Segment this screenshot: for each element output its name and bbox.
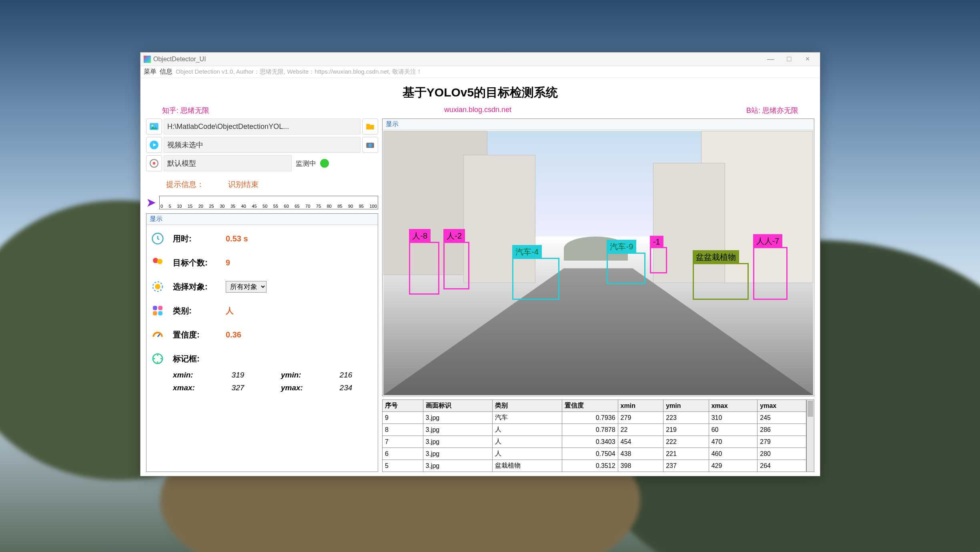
detection-image: 人-8人-2汽车-4汽车-9-1盆盆栽植物人人-7 [383,131,813,395]
left-panel-title: 显示 [146,214,378,225]
link-bilibili[interactable]: B站: 思绪亦无限 [746,106,798,115]
bbox-label: 标记框: [173,353,217,364]
image-icon-button[interactable] [146,118,162,134]
svg-rect-12 [153,306,157,310]
hint-label: 提示信息： [166,179,204,190]
xmax-label: xmax: [173,383,216,392]
app-icon [144,56,151,63]
detection-box: 汽车-9 [607,253,645,284]
table-scrollbar[interactable] [806,399,814,472]
image-icon [149,121,159,132]
select-label: 选择对象: [173,281,217,292]
table-row[interactable]: 63.jpg人0.7504438221460280 [383,448,806,460]
detection-tag: 人人-7 [753,234,783,248]
table-header[interactable]: 画面标识 [423,400,493,412]
open-image-button[interactable] [362,118,378,134]
results-table-wrap: 序号画面标识类别置信度xminyminxmaxymax 93.jpg汽车0.79… [382,399,814,472]
page-title: 基于YOLOv5的目标检测系统 [146,84,814,101]
image-path-field[interactable]: H:\MatlabCode\ObjectDetectionYOL... [164,118,361,134]
progress-ruler[interactable]: 0510152025303540455055606570758085909510… [159,196,378,209]
minimize-button[interactable]: — [762,55,780,63]
detection-tag: 汽车-9 [607,240,636,254]
maximize-button[interactable]: □ [780,55,798,63]
detection-box: -1 [650,247,667,273]
svg-rect-14 [153,311,157,315]
object-select[interactable]: 所有对象 [226,281,267,293]
table-row[interactable]: 53.jpg盆栽植物0.3512398237429264 [383,460,806,472]
target-icon [149,158,159,169]
table-header[interactable]: 类别 [493,400,562,412]
menu-item-main[interactable]: 菜单 [144,68,156,76]
menu-item-info[interactable]: 信息 [160,68,172,76]
cursor-icon: ➤ [146,195,156,209]
xmax-value: 327 [232,383,265,392]
link-zhihu[interactable]: 知乎: 思绪无限 [162,106,209,115]
ymin-label: ymin: [281,371,324,379]
time-value: 0.53 s [226,234,248,243]
detection-box: 盆盆栽植物 [693,263,749,300]
balloons-icon [151,256,164,269]
conf-label: 置信度: [173,329,217,340]
table-row[interactable]: 73.jpg人0.3403454222470279 [383,436,806,448]
class-label: 类别: [173,305,217,316]
camera-icon [365,140,375,150]
video-icon [149,140,159,150]
table-header[interactable]: 序号 [383,400,423,412]
table-row[interactable]: 83.jpg人0.78782221960286 [383,424,806,436]
detection-tag: 人-8 [409,229,431,243]
gear-icon [151,280,164,293]
table-header[interactable]: xmax [709,400,758,412]
bbox-icon [151,352,164,365]
detection-tag: -1 [650,236,663,248]
svg-rect-15 [158,311,162,315]
close-button[interactable]: × [798,55,817,63]
table-header[interactable]: xmin [618,400,663,412]
video-status-field[interactable]: 视频未选中 [164,137,361,153]
svg-point-4 [369,144,372,147]
bbox-grid: xmin:319 ymin:216 xmax:327 ymax:234 [173,371,373,392]
ymin-value: 216 [340,371,373,379]
detection-tag: 人-2 [443,229,465,243]
menubar-status: Object Detection v1.0, Author：思绪无限, Webs… [176,68,422,76]
camera-button[interactable] [362,137,378,153]
menubar: 菜单 信息 Object Detection v1.0, Author：思绪无限… [140,66,820,78]
svg-point-6 [153,162,156,165]
table-row[interactable]: 93.jpg汽车0.7936279223310245 [383,412,806,424]
links-row: 知乎: 思绪无限 wuxian.blog.csdn.net B站: 思绪亦无限 [146,106,814,115]
table-header[interactable]: ymin [663,400,709,412]
video-icon-button[interactable] [146,137,162,153]
svg-point-9 [157,259,162,264]
table-header[interactable]: 置信度 [562,400,618,412]
clock-icon [151,232,164,245]
table-header[interactable]: ymax [758,400,806,412]
detection-box: 汽车-4 [512,258,559,300]
time-label: 用时: [173,233,217,244]
results-table[interactable]: 序号画面标识类别置信度xminyminxmaxymax 93.jpg汽车0.79… [382,399,806,472]
link-csdn[interactable]: wuxian.blog.csdn.net [444,106,511,115]
titlebar[interactable]: ObjectDetector_UI — □ × [140,52,820,66]
hint-value: 识别结束 [228,179,259,190]
app-window: ObjectDetector_UI — □ × 菜单 信息 Object Det… [140,52,820,476]
xmin-value: 319 [232,371,265,379]
svg-point-10 [155,284,160,289]
status-indicator [320,159,329,168]
svg-rect-13 [158,306,162,310]
right-panel-title: 显示 [383,119,814,130]
folder-icon [365,121,375,132]
detection-tag: 汽车-4 [512,245,542,259]
xmin-label: xmin: [173,371,216,379]
ymax-value: 234 [340,383,373,392]
class-value: 人 [226,305,234,316]
detection-tag: 盆盆栽植物 [693,250,739,264]
model-icon-button[interactable] [146,155,162,171]
count-label: 目标个数: [173,257,217,268]
detection-box: 人人-7 [753,247,788,300]
model-name-field[interactable]: 默认模型 [164,155,292,171]
window-title: ObjectDetector_UI [153,56,206,63]
svg-point-1 [152,125,153,126]
grid-icon [151,304,164,317]
detection-box: 人-2 [443,242,469,289]
monitor-label: 监测中 [293,159,319,168]
count-value: 9 [226,258,230,267]
detection-box: 人-8 [409,242,439,295]
